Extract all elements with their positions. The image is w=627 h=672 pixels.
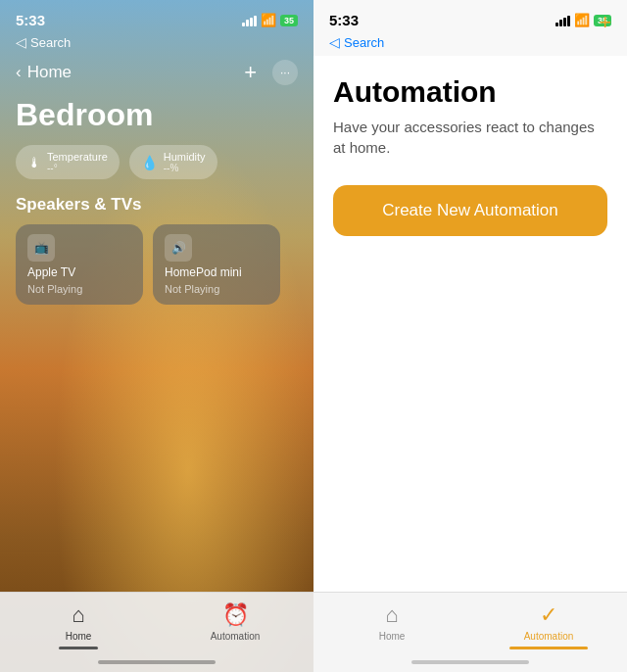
humidity-value: --% xyxy=(164,163,206,173)
search-bar-right[interactable]: ◁ Search xyxy=(314,32,627,56)
chevron-right-icon: ◁ xyxy=(329,34,340,50)
search-label-left: Search xyxy=(30,35,71,50)
home-tab-underline xyxy=(59,647,98,649)
homepod-name: HomePod mini xyxy=(165,265,268,279)
tab-home-right[interactable]: ⌂ Home xyxy=(314,600,470,642)
time-left: 5:33 xyxy=(16,12,45,28)
battery-left: 35 xyxy=(280,15,298,26)
status-icons-left: 📶 35 xyxy=(242,13,298,27)
temperature-label: Temperature xyxy=(47,151,108,163)
temperature-value: --° xyxy=(47,163,108,173)
home-tab-icon-left: ⌂ xyxy=(72,602,84,628)
homepod-icon: 🔊 xyxy=(165,234,192,262)
home-nav-label: Home xyxy=(27,63,72,82)
tab-automation-left[interactable]: ⏰ Automation xyxy=(157,600,314,642)
devices-row: 📺 Apple TV Not Playing 🔊 HomePod mini No… xyxy=(0,224,314,305)
humidity-label: Humidity xyxy=(164,151,206,163)
time-right: 5:33 xyxy=(329,12,359,28)
signal-icon-right xyxy=(555,15,570,26)
right-panel: 5:33 📶 35 ◁ Search + Automation Have you… xyxy=(314,0,627,672)
nav-actions-left: + ··· xyxy=(244,60,298,85)
left-content: 5:33 📶 35 ◁ Search ‹ Home xyxy=(0,0,314,672)
apple-tv-status: Not Playing xyxy=(27,283,131,295)
left-panel: 5:33 📶 35 ◁ Search ‹ Home xyxy=(0,0,314,672)
automation-page-subtitle: Have your accessories react to changes a… xyxy=(333,117,607,158)
chevron-home-icon: ‹ xyxy=(16,63,22,82)
tab-automation-right[interactable]: ✓ Automation xyxy=(470,600,627,649)
sensors-row: 🌡 Temperature --° 💧 Humidity --% xyxy=(0,145,314,195)
homepod-icon-row: 🔊 xyxy=(165,234,268,262)
nav-bar-left: ‹ Home + ··· xyxy=(0,56,314,93)
signal-icon-left xyxy=(242,15,257,26)
home-nav-left[interactable]: ‹ Home xyxy=(16,63,72,82)
add-button-right[interactable]: + xyxy=(599,10,611,35)
status-bar-left: 5:33 📶 35 xyxy=(0,0,314,32)
tab-home-left[interactable]: ⌂ Home xyxy=(0,600,157,649)
automation-tab-label-left: Automation xyxy=(211,631,261,642)
homepod-tile[interactable]: 🔊 HomePod mini Not Playing xyxy=(153,224,280,305)
tab-bar-right: ⌂ Home ✓ Automation xyxy=(314,592,627,672)
apple-tv-name: Apple TV xyxy=(27,265,131,279)
temperature-icon: 🌡 xyxy=(27,155,41,170)
chevron-left-icon: ◁ xyxy=(16,34,26,50)
temperature-info: Temperature --° xyxy=(47,151,108,173)
home-tab-label-right: Home xyxy=(379,631,406,642)
automation-tab-icon-left: ⏰ xyxy=(222,602,249,628)
automation-tab-underline xyxy=(509,647,588,649)
automation-tab-label-right: Automation xyxy=(524,631,574,642)
search-bar-left[interactable]: ◁ Search xyxy=(0,32,314,56)
apple-tv-icon-row: 📺 xyxy=(27,234,131,262)
automation-page-title: Automation xyxy=(333,75,607,109)
create-automation-button[interactable]: Create New Automation xyxy=(333,185,607,236)
home-tab-label-left: Home xyxy=(66,631,92,642)
search-label-right: Search xyxy=(344,35,384,50)
status-bar-right: 5:33 📶 35 xyxy=(314,0,627,32)
humidity-icon: 💧 xyxy=(141,155,158,170)
humidity-sensor[interactable]: 💧 Humidity --% xyxy=(129,145,217,179)
apple-tv-icon: 📺 xyxy=(27,234,55,262)
humidity-info: Humidity --% xyxy=(164,151,206,173)
homepod-status: Not Playing xyxy=(165,283,268,295)
more-button-left[interactable]: ··· xyxy=(272,60,298,85)
home-indicator-left xyxy=(98,660,216,664)
temperature-sensor[interactable]: 🌡 Temperature --° xyxy=(16,145,120,179)
wifi-icon-right: 📶 xyxy=(574,13,590,27)
add-button-left[interactable]: + xyxy=(244,60,257,85)
home-tab-icon-right: ⌂ xyxy=(385,602,398,628)
home-indicator-right xyxy=(411,660,529,664)
automation-tab-icon-right: ✓ xyxy=(540,602,557,628)
apple-tv-tile[interactable]: 📺 Apple TV Not Playing xyxy=(16,224,143,305)
room-title: Bedroom xyxy=(0,93,314,145)
wifi-icon-left: 📶 xyxy=(261,13,276,27)
tab-bar-left: ⌂ Home ⏰ Automation xyxy=(0,592,314,672)
speakers-section-title: Speakers & TVs xyxy=(0,195,314,224)
main-content-right: Automation Have your accessories react t… xyxy=(314,56,627,592)
